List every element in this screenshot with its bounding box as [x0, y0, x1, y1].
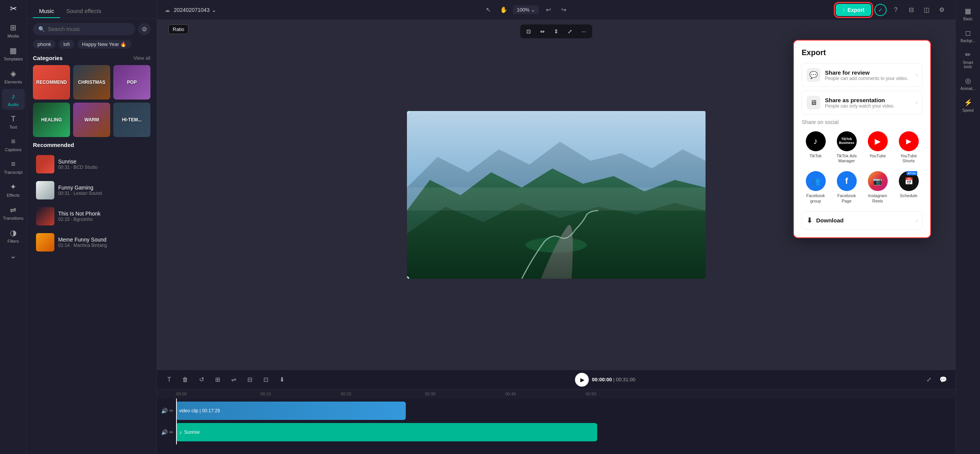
sidebar-label-transcript: Transcript [4, 170, 23, 175]
timeline-crop-tool[interactable]: ⊡ [260, 374, 272, 386]
timeline-download-tool[interactable]: ⬇ [276, 374, 288, 386]
app-logo[interactable]: ✂ [10, 4, 17, 14]
more-options-button[interactable]: ··· [578, 26, 589, 37]
sidebar-item-audio[interactable]: ♪ Audio [2, 89, 25, 110]
sidebar-icon-text: T [11, 114, 15, 123]
social-icon-instagram: 📷 [868, 171, 888, 191]
social-label-fb_group: Facebook group [804, 193, 827, 203]
music-tab-sound_effects[interactable]: Sound effects [60, 5, 107, 18]
social-fb_page[interactable]: f Facebook Page [833, 169, 861, 206]
view-all-button[interactable]: View all [133, 55, 150, 61]
category-pop[interactable]: POP [113, 65, 150, 100]
right-panel-speed[interactable]: ⚡ Speed [957, 95, 979, 116]
timeline-tools-right: ⤢ 💬 [923, 374, 949, 386]
category-healing[interactable]: HEALING [33, 103, 70, 137]
crop-icon[interactable]: ⊡ [523, 26, 534, 37]
sidebar-item-filters[interactable]: ◑ Filters [2, 225, 25, 247]
timeline-mirror-tool[interactable]: ⇌ [227, 374, 240, 386]
category-label-christmas: CHRISTMAS [78, 80, 105, 85]
social-youtube[interactable]: ▶ YouTube [864, 129, 892, 166]
settings-button[interactable]: ⚙ [936, 4, 948, 16]
category-recommend[interactable]: RECOMMEND [33, 65, 70, 100]
music-tab-music[interactable]: Music [33, 5, 60, 18]
pointer-tool[interactable]: ↖ [482, 4, 495, 16]
help-button[interactable]: ? [890, 4, 902, 16]
sidebar-icon-audio: ♪ [11, 92, 15, 101]
track-this_is_not_phonk[interactable]: This Is Not Phonk 02:15 · Bgnzinho [33, 204, 150, 229]
sidebar-item-captions[interactable]: ≡ Captions [2, 134, 25, 155]
social-yt_shorts[interactable]: ▶ YouTube Shorts [895, 129, 923, 166]
redo-button[interactable]: ↪ [557, 4, 570, 16]
timeline-cursor[interactable] [176, 398, 177, 444]
timeline-text-tool[interactable]: T [163, 374, 175, 386]
share-as-presentation-option[interactable]: 🖥 Share as presentation People can only … [802, 91, 923, 114]
flip-h-icon[interactable]: ⇔ [537, 26, 548, 37]
timeline-expand-button[interactable]: ⤢ [923, 374, 935, 386]
category-label-hitem: HI-TEM... [122, 117, 142, 122]
track-funny_gaming[interactable]: Funny Gaming 00:31 · Lestari Sound [33, 178, 150, 203]
split-view-button[interactable]: ◫ [920, 4, 933, 16]
sidebar-label-effects: Effects [7, 193, 20, 198]
audio-clip[interactable]: ♪ Sunrise [176, 423, 597, 441]
recommended-title: Recommended [33, 142, 150, 148]
timeline-chat-button[interactable]: 💬 [937, 374, 949, 386]
right-panel-animate[interactable]: ◎ Animat... [957, 73, 979, 94]
transform-icon[interactable]: ⤢ [565, 26, 575, 37]
audio-edit-icon[interactable]: ✏ [169, 429, 174, 435]
video-clip[interactable]: video clip | 00:17:29 [176, 402, 406, 420]
play-icon: ▶ [580, 377, 585, 383]
download-option[interactable]: ⬇ Download › [802, 211, 923, 230]
track-name-sunrise: Sunrise [58, 158, 147, 165]
video-edit-icon[interactable]: ✏ [169, 408, 174, 414]
export-button[interactable]: ↑ Export [836, 4, 871, 16]
project-name[interactable]: 202402071043 ⌄ [174, 7, 216, 13]
timeline-delete-tool[interactable]: 🗑 [179, 374, 191, 386]
right-panel-smart_tools[interactable]: ✏ Smart tools [957, 47, 979, 72]
export-icon: ↑ [843, 7, 845, 13]
social-schedule[interactable]: 📅 ●Free Schedule [895, 169, 923, 206]
filter-button[interactable]: ⚙ [138, 23, 150, 35]
sidebar-item-more[interactable]: ⌄ [2, 248, 25, 263]
right-panel-basic[interactable]: ▦ Basic [957, 4, 979, 24]
social-instagram[interactable]: 📷 Instagram Reels [864, 169, 892, 206]
timeline-trim-tool[interactable]: ⊞ [211, 374, 224, 386]
category-hitem[interactable]: HI-TEM... [113, 103, 150, 137]
timeline-loop-tool[interactable]: ↺ [195, 374, 207, 386]
social-tiktok_ads[interactable]: TikTokBusiness TikTok Ads Manager [833, 129, 861, 166]
chip-phonk[interactable]: phonk [33, 40, 56, 49]
panel-layout-button[interactable]: ⊟ [905, 4, 917, 16]
category-christmas[interactable]: CHRISTMAS [73, 65, 110, 100]
social-tiktok[interactable]: ♪ TikTok [802, 129, 830, 166]
social-fb_group[interactable]: 👥 Facebook group [802, 169, 830, 206]
chip-lofi[interactable]: lofi [59, 40, 74, 49]
right-panel-label-basic: Basic [963, 17, 972, 21]
timeline-split-tool[interactable]: ⊟ [243, 374, 256, 386]
play-button[interactable]: ▶ [575, 373, 589, 387]
undo-button[interactable]: ↩ [542, 4, 554, 16]
sidebar-item-media[interactable]: ⊞ Media [2, 20, 25, 41]
chip-happy-new-year-🔥[interactable]: Happy New Year 🔥 [77, 40, 131, 49]
hand-tool[interactable]: ✋ [498, 4, 510, 16]
sidebar-item-elements[interactable]: ◈ Elements [2, 66, 25, 87]
sidebar-item-transitions[interactable]: ⇌ Transitions [2, 202, 25, 224]
category-bg-healing: HEALING [33, 103, 70, 137]
right-panel-background[interactable]: ◻ Backgr... [957, 26, 979, 46]
audio-volume-icon[interactable]: 🔊 [161, 429, 168, 435]
sidebar-item-transcript[interactable]: ≡ Transcript [2, 157, 25, 178]
search-input[interactable] [48, 26, 130, 32]
track-sunrise[interactable]: Sunrise 00:31 · BCD Studio [33, 152, 150, 176]
sidebar-item-templates[interactable]: ▦ Templates [2, 43, 25, 64]
sidebar-item-effects[interactable]: ✦ Effects [2, 179, 25, 201]
category-warm[interactable]: WARM [73, 103, 110, 137]
flip-v-icon[interactable]: ⇕ [551, 26, 562, 37]
ratio-label[interactable]: Ratio [168, 24, 188, 34]
zoom-control[interactable]: 100% ⌄ [513, 5, 539, 14]
share-for-review-option[interactable]: 💬 Share for review People can add commen… [802, 63, 923, 87]
category-label-recommend: RECOMMEND [36, 80, 67, 85]
share-review-arrow: › [916, 72, 918, 78]
categories-title: Categories [33, 55, 63, 61]
video-volume-icon[interactable]: 🔊 [161, 408, 168, 414]
track-meme_funny[interactable]: Meme Funny Sound 01:14 · Manhoa Bintang [33, 230, 150, 255]
sidebar-item-text[interactable]: T Text [2, 111, 25, 132]
shield-icon[interactable]: ✓ [874, 4, 887, 16]
